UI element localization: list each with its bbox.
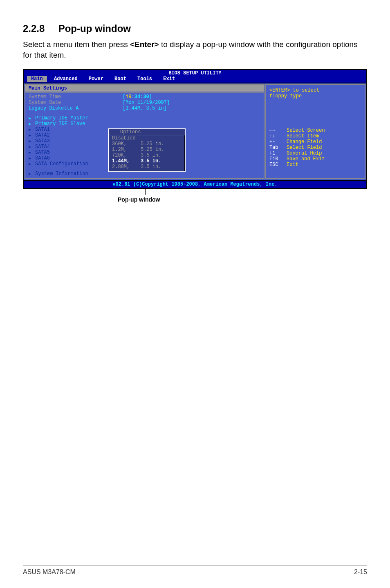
arrow-icon — [29, 121, 35, 127]
figure-caption: Pop-up window — [118, 196, 160, 203]
popup-opt-360k[interactable]: 360K,5.25 in. — [109, 141, 185, 147]
popup-opt-1-2m[interactable]: 1.2M,5.25 in. — [109, 147, 185, 153]
legend-save-exit: F10Save and Exit — [269, 156, 361, 162]
bios-footer: v02.61 (C)Copyright 1985-2008, American … — [24, 180, 366, 188]
section-heading: 2.2.8 Pop-up window — [23, 23, 367, 34]
bios-title: BIOS SETUP UTILITY — [24, 70, 366, 76]
help-line1: <ENTER> to select — [269, 88, 361, 93]
menu-tools[interactable]: Tools — [133, 76, 156, 82]
key-legend: Select Screen Select Item +-Change Field… — [269, 128, 361, 168]
system-time-row[interactable]: System Time [19:34:30] — [25, 94, 264, 100]
legend-select-field: TabSelect Field — [269, 145, 361, 150]
bios-body: Main Settings System Time [19:34:30] Sys… — [24, 83, 366, 180]
bios-left-pane: Main Settings System Time [19:34:30] Sys… — [25, 84, 264, 179]
system-time-value: [19:34:30] — [123, 94, 260, 100]
section-number: 2.2.8 — [23, 23, 56, 34]
arrow-icon — [29, 150, 35, 155]
legend-general-help: F1General Help — [269, 150, 361, 156]
popup-opt-720k[interactable]: 720K,3.5 in. — [109, 153, 185, 158]
arrow-icon — [29, 161, 35, 167]
legend-select-item: Select Item — [269, 133, 361, 139]
legacy-diskette-value: [1.44M, 3.5 in] — [123, 105, 260, 111]
item-primary-ide-slave[interactable]: Primary IDE Slave — [25, 121, 264, 127]
caption-leader: Pop-up window — [23, 189, 367, 201]
menu-main[interactable]: Main — [27, 76, 47, 82]
arrow-icon — [29, 127, 35, 132]
intro-paragraph: Select a menu item then press <Enter> to… — [23, 39, 367, 60]
item-primary-ide-master[interactable]: Primary IDE Master — [25, 115, 264, 121]
page-footer: ASUS M3A78-CM 2-15 — [23, 566, 367, 576]
menu-exit[interactable]: Exit — [159, 76, 179, 82]
popup-title: Options — [109, 129, 185, 135]
menu-boot[interactable]: Boot — [110, 76, 130, 82]
bios-menubar: Main Advanced Power Boot Tools Exit — [24, 76, 366, 83]
arrow-icon — [29, 155, 35, 161]
up-down-icon — [269, 133, 287, 139]
bios-window: BIOS SETUP UTILITY Main Advanced Power B… — [23, 69, 367, 189]
section-title-text: Pop-up window — [58, 23, 131, 34]
bios-right-pane: <ENTER> to select floppy type Select Scr… — [265, 84, 365, 179]
arrow-icon — [29, 115, 35, 121]
popup-opt-2-88m[interactable]: 2.88M,3.5 in. — [109, 164, 185, 170]
menu-advanced[interactable]: Advanced — [50, 76, 82, 82]
arrow-icon — [29, 138, 35, 144]
intro-enter-key: <Enter> — [130, 40, 159, 49]
intro-pre: Select a menu item then press — [23, 40, 130, 49]
arrow-icon — [29, 132, 35, 138]
system-date-row[interactable]: System Date [Mon 11/19/2007] — [25, 100, 264, 105]
legend-exit: ESCExit — [269, 162, 361, 168]
system-time-label: System Time — [29, 94, 123, 100]
legend-change-field: +-Change Field — [269, 139, 361, 145]
system-date-label: System Date — [29, 100, 123, 105]
left-right-icon — [269, 128, 287, 133]
arrow-icon — [29, 144, 35, 150]
options-popup: Options Disabled 360K,5.25 in. 1.2M,5.25… — [108, 128, 186, 172]
footer-left: ASUS M3A78-CM — [23, 568, 76, 576]
arrow-icon — [29, 171, 35, 177]
leader-line — [145, 189, 146, 195]
main-settings-title: Main Settings — [25, 85, 264, 92]
popup-opt-disabled[interactable]: Disabled — [109, 135, 185, 141]
help-line2: floppy type — [269, 93, 361, 99]
menu-power[interactable]: Power — [85, 76, 108, 82]
legacy-diskette-row[interactable]: Legacy Diskette A [1.44M, 3.5 in] — [25, 105, 264, 111]
system-date-value: [Mon 11/19/2007] — [123, 100, 260, 105]
legend-select-screen: Select Screen — [269, 128, 361, 133]
legacy-diskette-label: Legacy Diskette A — [29, 105, 123, 111]
footer-right: 2-15 — [354, 568, 367, 576]
divider — [25, 92, 264, 93]
popup-opt-1-44m[interactable]: 1.44M,3.5 in. — [109, 158, 185, 164]
